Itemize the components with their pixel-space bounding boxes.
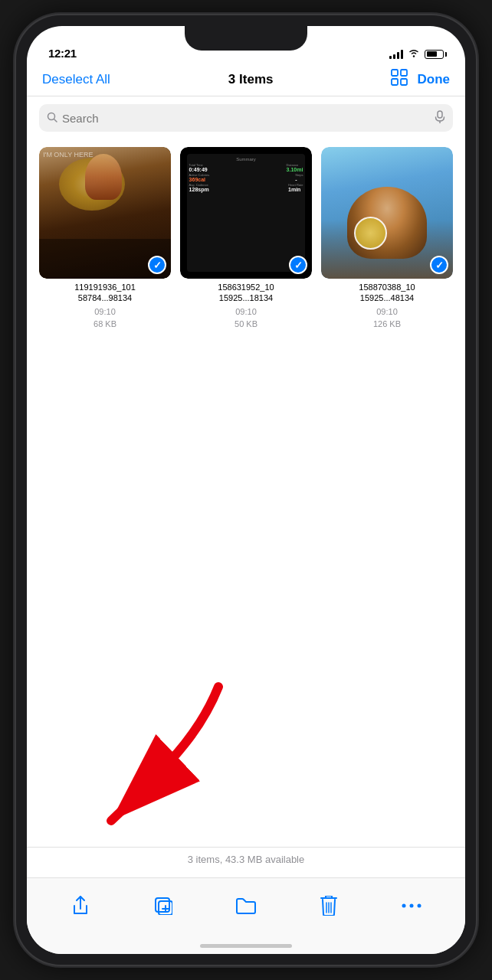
svg-rect-2: [401, 70, 407, 76]
wifi-icon: [408, 48, 420, 60]
signal-bar-4: [401, 50, 403, 59]
svg-point-0: [413, 55, 415, 57]
file-2-name: 158631952_1015925...18134: [218, 282, 274, 304]
bottom-toolbar: [27, 877, 465, 954]
phone-screen: 12:21: [27, 26, 465, 954]
signal-bars-icon: [389, 50, 403, 59]
file-1-size: 68 KB: [93, 319, 116, 328]
delete-button[interactable]: [312, 889, 346, 923]
svg-rect-1: [392, 70, 398, 76]
file-1-check: ✓: [148, 256, 166, 274]
search-input[interactable]: [62, 112, 430, 125]
battery-fill: [427, 51, 437, 57]
bottom-status: 3 items, 43.3 MB available: [27, 847, 465, 871]
grid-view-icon[interactable]: [391, 69, 408, 90]
file-thumb-2[interactable]: Summary Total Time0:49:49 Distance3.10mi…: [180, 147, 312, 279]
file-1-time: 09:10: [94, 307, 116, 316]
nav-title: 3 Items: [228, 72, 274, 87]
svg-rect-10: [156, 898, 169, 912]
search-bar[interactable]: [39, 104, 453, 132]
file-thumb-3[interactable]: ✓: [321, 147, 453, 279]
svg-rect-4: [401, 79, 407, 85]
svg-point-18: [402, 903, 406, 907]
file-item-3[interactable]: ✓ 158870388_1015925...48134 09:10 126 KB: [321, 147, 453, 328]
signal-bar-3: [397, 52, 399, 59]
file-3-time: 09:10: [376, 307, 398, 316]
bottom-status-text: 3 items, 43.3 MB available: [188, 854, 304, 865]
status-time: 12:21: [48, 47, 77, 60]
home-indicator: [200, 944, 292, 948]
search-icon: [47, 112, 57, 125]
file-thumb-1[interactable]: I'M ONLY HERE ✓: [39, 147, 171, 279]
file-2-time: 09:10: [235, 307, 257, 316]
file-3-check: ✓: [430, 256, 448, 274]
deselect-all-button[interactable]: Deselect All: [42, 72, 110, 87]
mic-icon[interactable]: [435, 110, 445, 126]
file-item-1[interactable]: I'M ONLY HERE ✓ 119191936_10158784...981…: [39, 147, 171, 328]
svg-point-20: [418, 903, 421, 907]
file-2-size: 50 KB: [235, 319, 257, 328]
file-3-size: 126 KB: [373, 319, 401, 328]
file-3-name: 158870388_1015925...48134: [359, 282, 415, 304]
screen-content: 12:21: [27, 26, 465, 954]
phone-frame: 12:21: [16, 15, 476, 965]
status-icons: [389, 48, 444, 60]
file-1-name: 119191936_10158784...98134: [74, 282, 136, 304]
battery-icon: [425, 50, 444, 59]
files-grid: I'M ONLY HERE ✓ 119191936_10158784...981…: [27, 138, 465, 338]
svg-rect-7: [438, 111, 442, 118]
svg-point-19: [410, 903, 414, 907]
signal-bar-1: [389, 56, 392, 59]
signal-bar-2: [393, 54, 395, 59]
add-to-button[interactable]: [146, 889, 180, 923]
nav-right: Done: [391, 69, 450, 90]
svg-line-6: [54, 119, 57, 122]
nav-bar: Deselect All 3 Items Done: [27, 66, 465, 96]
folder-button[interactable]: [229, 889, 263, 923]
done-button[interactable]: Done: [417, 72, 450, 87]
notch: [185, 26, 307, 51]
file-item-2[interactable]: Summary Total Time0:49:49 Distance3.10mi…: [180, 147, 312, 328]
more-button[interactable]: [395, 889, 428, 923]
share-button[interactable]: [64, 889, 97, 923]
arrow-annotation: [50, 679, 249, 835]
svg-rect-3: [392, 79, 398, 85]
file-2-check: ✓: [289, 256, 307, 274]
